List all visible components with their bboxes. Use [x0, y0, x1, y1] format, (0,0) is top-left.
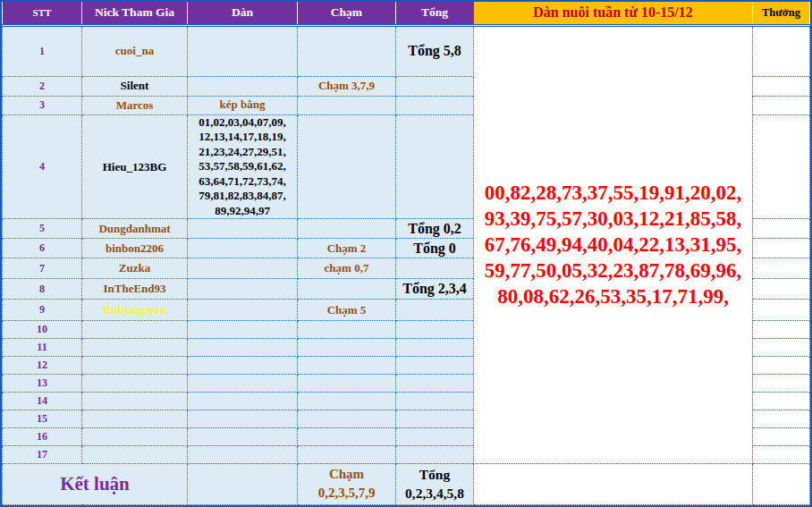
tong-cell[interactable] [396, 76, 474, 96]
tong-cell[interactable] [396, 320, 474, 338]
dan-cell[interactable] [188, 392, 298, 410]
reward-cell[interactable] [753, 410, 810, 427]
dan-cell[interactable] [188, 410, 298, 427]
dan-cell[interactable] [188, 25, 298, 76]
nick-cell[interactable]: Silent [82, 76, 188, 96]
dan-cell[interactable] [188, 427, 298, 445]
cham-cell[interactable] [298, 279, 396, 300]
tong-cell[interactable] [396, 427, 474, 445]
reward-cell[interactable] [753, 427, 810, 445]
dan-cell[interactable] [188, 374, 298, 392]
cham-cell[interactable]: Chạm 3,7,9 [298, 76, 396, 96]
reward-cell[interactable] [753, 114, 810, 219]
dan-cell[interactable] [188, 338, 298, 356]
conclusion-dan-cell[interactable] [188, 463, 298, 504]
tong-cell[interactable]: Tổng 0 [396, 239, 474, 258]
row-number[interactable]: 8 [3, 279, 82, 300]
row-number[interactable]: 4 [3, 114, 82, 219]
cham-cell[interactable] [298, 427, 396, 445]
reward-cell[interactable] [753, 258, 810, 279]
col-header-stt[interactable]: STT [3, 2, 82, 25]
row-number[interactable]: 7 [3, 258, 82, 279]
reward-cell[interactable] [753, 320, 810, 338]
cham-cell[interactable] [298, 219, 396, 239]
tong-cell[interactable]: Tổng 0,2 [396, 219, 474, 239]
reward-cell[interactable] [753, 356, 810, 374]
reward-cell[interactable] [753, 279, 810, 300]
nick-cell[interactable] [82, 356, 188, 374]
tong-cell[interactable] [396, 338, 474, 356]
conclusion-pool-cell[interactable] [474, 463, 753, 504]
col-header-nick[interactable]: Nick Tham Gia [82, 2, 188, 25]
row-number[interactable]: 15 [3, 410, 82, 427]
nick-cell[interactable] [82, 374, 188, 392]
cham-cell[interactable]: Chạm 2 [298, 239, 396, 258]
nick-cell[interactable]: Dungdanhmat [82, 219, 188, 239]
tong-cell[interactable] [396, 392, 474, 410]
reward-cell[interactable] [753, 338, 810, 356]
conclusion-label[interactable]: Kết luận [3, 463, 188, 504]
dan-cell[interactable]: 01,02,03,04,07,09, 12,13,14,17,18,19, 21… [188, 114, 298, 219]
row-number[interactable]: 2 [3, 76, 82, 96]
tong-cell[interactable] [396, 410, 474, 427]
reward-header[interactable]: Thưởng [753, 2, 810, 25]
nick-cell[interactable]: binbon2206 [82, 239, 188, 258]
row-number[interactable]: 11 [3, 338, 82, 356]
cham-cell[interactable] [298, 410, 396, 427]
reward-cell[interactable] [753, 76, 810, 96]
nick-cell[interactable]: Marcos [82, 96, 188, 114]
dan-cell[interactable] [188, 76, 298, 96]
reward-cell[interactable] [753, 445, 810, 463]
pool-title[interactable]: Dàn nuôi tuần từ 10-15/12 [474, 2, 753, 25]
cham-cell[interactable] [298, 338, 396, 356]
nick-cell[interactable]: Rubynguyen [82, 300, 188, 320]
row-number[interactable]: 3 [3, 96, 82, 114]
nick-cell[interactable] [82, 445, 188, 463]
nick-cell[interactable] [82, 320, 188, 338]
nick-cell[interactable]: Hieu_123BG [82, 114, 188, 219]
conclusion-cham[interactable]: Chạm 0,2,3,5,7,9 [298, 463, 396, 504]
row-number[interactable]: 13 [3, 374, 82, 392]
row-number[interactable]: 1 [3, 25, 82, 76]
nick-cell[interactable]: Zuzka [82, 258, 188, 279]
dan-cell[interactable] [188, 445, 298, 463]
row-number[interactable]: 16 [3, 427, 82, 445]
cham-cell[interactable] [298, 25, 396, 76]
pool-numbers-cell[interactable]: 00,82,28,73,37,55,19,91,20,02, 93,39,75,… [474, 25, 753, 463]
tong-cell[interactable] [396, 356, 474, 374]
tong-cell[interactable]: Tổng 2,3,4 [396, 279, 474, 300]
cham-cell[interactable] [298, 320, 396, 338]
row-number[interactable]: 14 [3, 392, 82, 410]
nick-cell[interactable]: InTheEnd93 [82, 279, 188, 300]
dan-cell[interactable] [188, 279, 298, 300]
cham-cell[interactable]: Chạm 5 [298, 300, 396, 320]
reward-cell[interactable] [753, 300, 810, 320]
row-number[interactable]: 17 [3, 445, 82, 463]
nick-cell[interactable] [82, 392, 188, 410]
cham-cell[interactable] [298, 374, 396, 392]
dan-cell[interactable] [188, 219, 298, 239]
dan-cell[interactable] [188, 239, 298, 258]
tong-cell[interactable] [396, 374, 474, 392]
cham-cell[interactable] [298, 114, 396, 219]
tong-cell[interactable] [396, 445, 474, 463]
cham-cell[interactable] [298, 445, 396, 463]
reward-cell[interactable] [753, 239, 810, 258]
cham-cell[interactable] [298, 356, 396, 374]
nick-cell[interactable] [82, 338, 188, 356]
nick-cell[interactable] [82, 410, 188, 427]
dan-cell[interactable]: kép bằng [188, 96, 298, 114]
reward-cell[interactable] [753, 219, 810, 239]
reward-cell[interactable] [753, 392, 810, 410]
dan-cell[interactable] [188, 320, 298, 338]
dan-cell[interactable] [188, 356, 298, 374]
reward-cell[interactable] [753, 374, 810, 392]
row-number[interactable]: 9 [3, 300, 82, 320]
row-number[interactable]: 12 [3, 356, 82, 374]
col-header-tong[interactable]: Tổng [396, 2, 474, 25]
tong-cell[interactable] [396, 258, 474, 279]
conclusion-tong[interactable]: Tổng 0,2,3,4,5,8 [396, 463, 474, 504]
row-number[interactable]: 10 [3, 320, 82, 338]
nick-cell[interactable] [82, 427, 188, 445]
dan-cell[interactable] [188, 300, 298, 320]
